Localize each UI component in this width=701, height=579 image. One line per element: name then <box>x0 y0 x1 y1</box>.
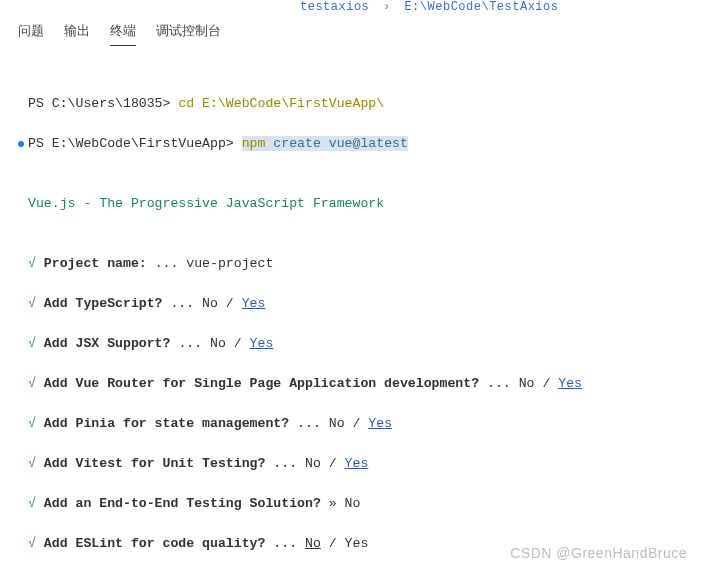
prompt-pinia: √ Add Pinia for state management? ... No… <box>28 414 392 434</box>
terminal-content[interactable]: PS C:\Users\18035> cd E:\WebCode\FirstVu… <box>0 46 701 579</box>
vue-title: Vue.js - The Progressive JavaScript Fram… <box>28 194 384 214</box>
tab-debug[interactable]: 调试控制台 <box>156 20 221 46</box>
breadcrumb-a: testaxios <box>300 0 369 14</box>
prompt-eslint: √ Add ESLint for code quality? ... No / … <box>28 534 368 554</box>
prompt-e2e: √ Add an End-to-End Testing Solution? » … <box>28 494 360 514</box>
prompt-router: √ Add Vue Router for Single Page Applica… <box>28 374 582 394</box>
prompt-typescript: √ Add TypeScript? ... No / Yes <box>28 294 265 314</box>
breadcrumb: testaxios › E:\WebCode\TestAxios <box>0 0 701 16</box>
chevron-right-icon: › <box>377 0 397 14</box>
panel-tabs: 问题 输出 终端 调试控制台 <box>0 16 701 46</box>
watermark: CSDN @GreenHandBruce <box>510 545 687 561</box>
prompt-line-1: PS C:\Users\18035> cd E:\WebCode\FirstVu… <box>28 94 384 114</box>
dirty-indicator-icon <box>18 141 24 147</box>
tab-terminal[interactable]: 终端 <box>110 20 136 46</box>
prompt-project-name: √ Project name: ... vue-project <box>28 254 273 274</box>
prompt-line-2: PS E:\WebCode\FirstVueApp> npm create vu… <box>28 134 408 154</box>
breadcrumb-b: E:\WebCode\TestAxios <box>404 0 558 14</box>
tab-problems[interactable]: 问题 <box>18 20 44 46</box>
prompt-jsx: √ Add JSX Support? ... No / Yes <box>28 334 273 354</box>
prompt-vitest: √ Add Vitest for Unit Testing? ... No / … <box>28 454 368 474</box>
tab-output[interactable]: 输出 <box>64 20 90 46</box>
